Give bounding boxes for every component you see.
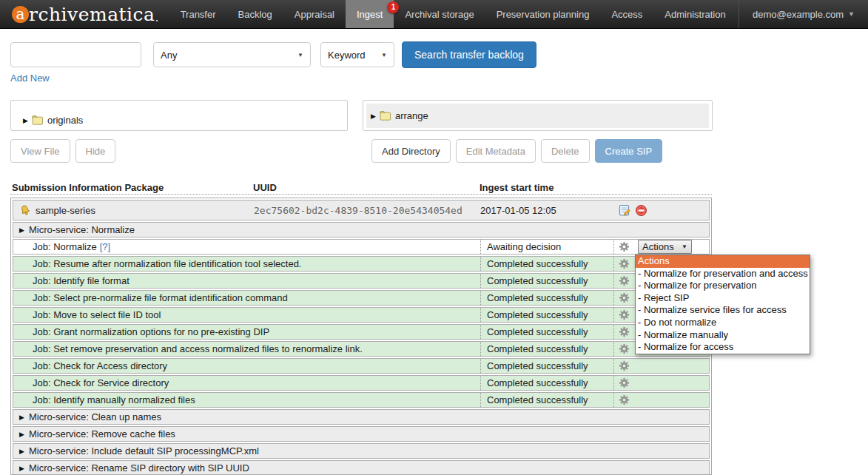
add-directory-button[interactable]: Add Directory [371,139,451,163]
gear-icon[interactable] [613,274,634,288]
search-field-select[interactable]: Any ▼ [153,42,311,67]
job-rows: Job: Normalize[?]Awaiting decisionAction… [11,239,711,408]
nav-item-administration[interactable]: Administration [653,0,736,28]
job-status: Completed successfully [480,359,613,373]
ms-rows: ▶Micro-service: Clean up names▶Micro-ser… [11,409,711,475]
actions-dropdown-menu: Actions- Normalize for preservation and … [635,255,810,354]
sip-name: sample-series [36,205,95,216]
gear-icon[interactable] [613,325,634,339]
view-file-button[interactable]: View File [10,139,70,163]
caret-down-icon: ▼ [682,243,687,250]
job-name-text: Job: Move to select file ID tool [33,309,161,320]
job-name: Job: Grant normalization options for no … [13,325,480,339]
gear-icon[interactable] [613,376,634,390]
expand-triangle-icon[interactable]: ▶ [371,112,376,120]
dropdown-option[interactable]: - Reject SIP [636,292,810,305]
logo-dot: . [155,10,159,28]
job-row: Job: Resume after normalization file ide… [13,256,710,272]
job-status: Completed successfully [480,393,613,407]
arrange-label: arrange [395,110,428,121]
gear-icon[interactable] [613,359,634,373]
caret-down-icon: ▼ [381,52,387,58]
dropdown-option[interactable]: - Normalize for preservation [636,280,810,292]
dropdown-option[interactable]: - Normalize for preservation and access [636,268,810,280]
nav-item-label: Administration [665,9,725,20]
arrange-toolbar: Add Directory Edit Metadata Delete Creat… [371,139,662,163]
expand-triangle-icon: ▶ [19,414,24,421]
job-row: Job: Select pre-normalize file format id… [13,290,710,306]
hide-button[interactable]: Hide [75,139,116,163]
job-name-text: Job: Normalize [33,241,97,252]
nav-item-label: Access [611,9,642,20]
search-field-value: Any [161,50,177,61]
nav-item-ingest[interactable]: Ingest1 [346,0,394,28]
arrange-panel: ▶ arrange [363,100,713,131]
originals-toolbar: View File Hide [10,139,115,163]
nav-item-backlog[interactable]: Backlog [227,0,283,28]
microservice-row[interactable]: ▶Micro-service: Remove cache files [13,426,710,442]
nav-item-appraisal[interactable]: Appraisal [283,0,346,28]
arrange-folder-row[interactable]: ▶ arrange [366,104,709,128]
job-action-cell: Actions▼ [634,240,709,254]
microservice-label: Micro-service: Include default SIP proce… [29,445,259,457]
job-status: Completed successfully [480,342,613,356]
gear-icon[interactable] [613,291,634,305]
job-help-link[interactable]: [?] [100,241,110,252]
user-menu[interactable]: demo@example.com ▼ [739,0,868,28]
gear-icon[interactable] [613,393,634,407]
caret-down-icon: ▼ [297,52,303,58]
archivematica-logo[interactable]: archivematica. [0,0,169,28]
job-name: Job: Identify file format [13,274,480,288]
metadata-report-icon[interactable] [619,204,631,217]
gear-icon[interactable] [613,240,634,254]
job-name: Job: Check for Access directory [13,359,480,373]
actions-select[interactable]: Actions▼ [638,240,692,254]
expand-triangle-icon: ▶ [19,226,24,234]
dropdown-option-header[interactable]: Actions [636,255,810,268]
delete-button[interactable]: Delete [541,139,590,163]
job-status: Completed successfully [480,325,613,339]
job-row: Job: Grant normalization options for no … [13,324,710,340]
sip-row[interactable]: sample-series 2ec75602-bd2c-4839-8510-20… [13,200,710,220]
dropdown-option[interactable]: - Normalize for access [636,341,810,354]
search-type-select[interactable]: Keyword ▼ [320,42,394,67]
originals-panel: ▶ originals [10,100,348,131]
remove-icon[interactable] [635,204,647,217]
create-sip-button[interactable]: Create SIP [595,139,663,163]
microservice-row[interactable]: ▶Micro-service: Rename SIP directory wit… [13,460,710,475]
nav-item-transfer[interactable]: Transfer [169,0,227,28]
nav-item-label: Backlog [238,9,272,20]
nav-item-label: Archival storage [405,9,474,20]
nav-item-preservation-planning[interactable]: Preservation planning [485,0,601,28]
expand-triangle-icon: ▶ [19,465,24,472]
originals-label: originals [47,115,83,126]
gear-icon[interactable] [613,257,634,271]
originals-folder-row[interactable]: ▶ originals [18,108,347,132]
nav-item-access[interactable]: Access [600,0,653,28]
dropdown-option[interactable]: - Do not normalize [636,317,810,329]
search-input[interactable] [10,42,141,67]
gear-icon[interactable] [613,342,634,356]
job-name-text: Job: Resume after normalization file ide… [33,258,301,269]
sip-uuid: 2ec75602-bd2c-4839-8510-20e5434054ed [254,205,462,216]
gear-icon[interactable] [613,308,634,322]
dropdown-option[interactable]: - Normalize manually [636,329,810,342]
caret-down-icon: ▼ [848,10,855,18]
job-row: Job: Identify manually normalized filesC… [13,392,710,408]
job-name-text: Job: Identify file format [33,275,129,286]
job-name: Job: Select pre-normalize file format id… [13,291,480,305]
microservice-row[interactable]: ▶Micro-service: Clean up names [13,409,710,425]
user-email: demo@example.com [753,9,844,20]
microservice-row[interactable]: ▶Micro-service: Include default SIP proc… [13,443,710,459]
search-backlog-button[interactable]: Search transfer backlog [402,41,536,68]
folder-icon [32,115,44,125]
expand-triangle-icon[interactable]: ▶ [23,117,28,124]
add-new-link[interactable]: Add New [10,73,50,84]
job-name-text: Job: Grant normalization options for no … [33,326,269,337]
nav-item-archival-storage[interactable]: Archival storage [394,0,485,28]
edit-metadata-button[interactable]: Edit Metadata [456,139,536,163]
sip-row-actions [619,204,647,217]
job-name: Job: Normalize[?] [13,240,480,254]
microservice-row-normalize[interactable]: ▶ Micro-service: Normalize [13,222,710,238]
dropdown-option[interactable]: - Normalize service files for access [636,304,810,317]
